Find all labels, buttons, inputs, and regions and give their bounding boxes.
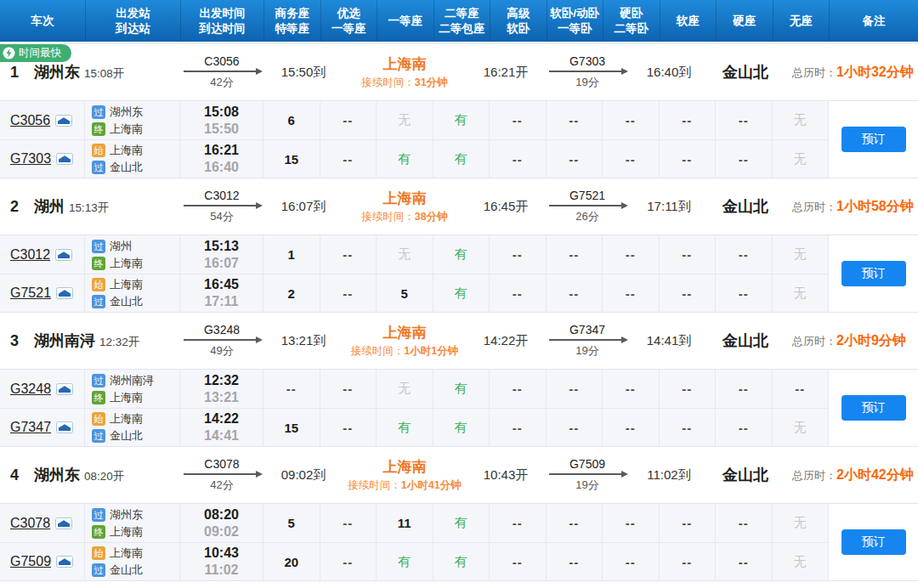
- seat-cell-soft-sleeper: --: [547, 543, 604, 580]
- seat-cell-first: 11: [377, 504, 434, 542]
- seat-cell-hard-seat: --: [716, 370, 773, 408]
- transfer-station: 上海南: [340, 457, 469, 477]
- train-code-cell: G7521: [0, 274, 85, 312]
- train-code-link[interactable]: C3056: [10, 113, 50, 128]
- transfer-wait-label: 接续时间：: [351, 345, 405, 357]
- train-times: 16:21 16:40: [180, 140, 264, 178]
- transfer-depart-time: 16:45开: [469, 199, 542, 215]
- leg2-duration: 19分: [542, 343, 632, 359]
- book-button[interactable]: 预订: [842, 529, 906, 555]
- train-code-cell: G7303: [0, 140, 85, 178]
- book-button[interactable]: 预订: [842, 127, 906, 152]
- train-row: G7347 始上海南 过金山北 14:22 14:41 15 -- 有 有 --…: [0, 408, 829, 446]
- seat-cell-first: 有: [377, 140, 434, 178]
- train-code-link[interactable]: G7347: [10, 420, 51, 435]
- seat-cell-deluxe-sleeper: --: [490, 235, 547, 274]
- seat-cell-premium-first: --: [320, 504, 377, 542]
- stop-station-name: 湖州南浔: [110, 373, 154, 388]
- seat-cell-business: 6: [264, 101, 320, 139]
- seat-cell-first: 无: [377, 370, 434, 408]
- final-arrive-time: 16:40到: [632, 65, 706, 81]
- seat-cell-soft-sleeper: --: [547, 235, 604, 274]
- transfer-wait-label: 接续时间：: [361, 211, 415, 223]
- seat-cell-business: 2: [264, 274, 320, 312]
- col-header-second-seat: 二等座 二等包座: [434, 0, 490, 42]
- stop-station-name: 上海南: [110, 277, 143, 292]
- leg1-arrow-line-icon: [184, 473, 260, 475]
- table-header: 车次 出发站 到达站 出发时间 到达时间 商务座 特等座 优选 一等座 一等座 …: [0, 0, 918, 44]
- seat-cell-deluxe-sleeper: --: [490, 504, 547, 542]
- seat-cell-second: 有: [434, 235, 490, 274]
- stop-line: 始上海南: [92, 411, 179, 427]
- train-row: G3248 过湖州南浔 终上海南 12:32 13:21 -- -- 无 有 -…: [0, 370, 829, 408]
- stop-station-name: 上海南: [110, 411, 143, 427]
- train-code-link[interactable]: G7303: [10, 151, 51, 167]
- transfer-arrive-time: 09:02到: [267, 467, 340, 483]
- seat-cell-business: 5: [264, 504, 320, 542]
- seat-cell-hard-sleeper: --: [603, 409, 660, 446]
- seat-cell-premium-first: --: [320, 140, 377, 178]
- train-code-link[interactable]: C3012: [10, 247, 50, 263]
- leg1-duration: 42分: [177, 478, 267, 493]
- train-stops: 过湖州东 终上海南: [85, 504, 180, 542]
- train-code-link[interactable]: G3248: [10, 382, 51, 397]
- transfer-station: 上海南: [340, 54, 469, 74]
- stop-type-tag: 终: [92, 257, 105, 270]
- stop-station-name: 上海南: [110, 256, 143, 271]
- train-code-cell: G3248: [0, 370, 85, 408]
- train-row: C3056 过湖州东 终上海南 15:08 15:50 6 -- 无 有 -- …: [0, 101, 829, 139]
- stop-type-tag: 过: [92, 429, 105, 443]
- col-header-times: 出发时间 到达时间: [180, 0, 264, 42]
- lightning-icon: [3, 47, 15, 59]
- seat-cell-no-seat: 无: [773, 140, 830, 178]
- stop-station-name: 上海南: [110, 390, 143, 405]
- train-row: C3078 过湖州东 终上海南 08:20 09:02 5 -- 11 有 --…: [0, 504, 829, 542]
- stop-type-tag: 始: [92, 546, 105, 560]
- leg2-arrow-block: G7521 26分: [542, 189, 632, 224]
- leg2-duration: 19分: [542, 75, 632, 90]
- train-details: C3056 过湖州东 终上海南 15:08 15:50 6 -- 无 有 -- …: [0, 100, 918, 178]
- origin-block: 湖州东 15:08开: [34, 62, 177, 82]
- leg1-duration: 54分: [177, 209, 267, 224]
- mail-service-icon: [56, 287, 73, 299]
- leg2-train-code: G7347: [542, 323, 632, 336]
- book-button[interactable]: 预订: [842, 261, 906, 286]
- train-code-link[interactable]: G7509: [10, 554, 51, 569]
- stop-type-tag: 始: [92, 144, 105, 157]
- seat-cell-hard-sleeper: --: [603, 370, 660, 408]
- book-button[interactable]: 预订: [842, 395, 906, 421]
- seat-cell-hard-seat: --: [716, 101, 773, 139]
- transfer-arrive-time: 15:50到: [267, 65, 340, 81]
- train-code-link[interactable]: C3078: [10, 516, 50, 531]
- seat-cell-soft-sleeper: --: [547, 140, 604, 178]
- seat-cell-premium-first: --: [320, 370, 377, 408]
- leg1-arrow-line-icon: [184, 205, 260, 206]
- stop-type-tag: 过: [92, 508, 105, 522]
- arrive-time: 13:21: [180, 389, 263, 406]
- depart-time: 08:20: [180, 506, 263, 523]
- origin-depart-time: 15:08开: [84, 66, 124, 82]
- seat-cell-business: 20: [264, 543, 320, 580]
- train-times: 10:43 11:02: [180, 543, 264, 580]
- leg2-train-code: G7521: [542, 189, 632, 202]
- leg1-duration: 49分: [177, 343, 267, 359]
- seat-cell-second: 有: [434, 504, 490, 542]
- total-duration-label: 总历时：: [792, 66, 836, 79]
- transfer-depart-time: 16:21开: [469, 65, 542, 81]
- depart-time: 12:32: [180, 372, 263, 389]
- depart-time: 16:21: [180, 142, 263, 159]
- col-header-soft-seat: 软座: [660, 0, 717, 42]
- stop-line: 过金山北: [92, 294, 179, 309]
- seat-cell-deluxe-sleeper: --: [490, 370, 547, 408]
- destination-station: 金山北: [706, 465, 785, 485]
- train-details: G3248 过湖州南浔 终上海南 12:32 13:21 -- -- 无 有 -…: [0, 369, 918, 447]
- remark-cell: 预订: [829, 504, 918, 580]
- train-code-cell: C3012: [0, 235, 85, 274]
- seat-cell-deluxe-sleeper: --: [490, 543, 547, 580]
- train-code-link[interactable]: G7521: [10, 286, 51, 301]
- arrive-time: 11:02: [180, 562, 263, 579]
- total-duration-value: 2小时9分钟: [836, 333, 906, 348]
- seat-cell-premium-first: --: [320, 101, 377, 139]
- leg2-arrow-block: G7509 19分: [542, 457, 632, 493]
- stop-station-name: 金山北: [110, 563, 143, 578]
